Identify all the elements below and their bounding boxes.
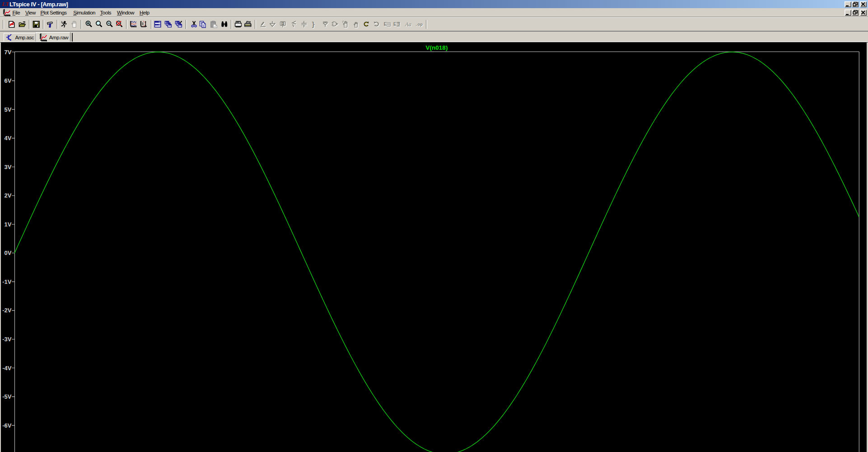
svg-text:7V: 7V [5,49,12,56]
svg-text:A: A [282,22,284,25]
svg-text:0V: 0V [5,250,12,256]
svg-text:6V: 6V [5,77,12,84]
svg-text:4V: 4V [5,135,12,141]
svg-text:-1V: -1V [2,278,12,285]
svg-text:3V: 3V [5,164,12,170]
svg-text:2V: 2V [5,192,12,199]
svg-text:}: } [312,20,315,28]
svg-text:-2V: -2V [2,307,12,314]
svg-text:1V: 1V [5,221,12,228]
svg-text:Aa: Aa [405,21,411,28]
svg-text:-3V: -3V [2,336,12,343]
svg-text:∃: ∃ [397,21,400,27]
svg-text:.op: .op [415,22,423,27]
svg-text:V(n018): V(n018) [426,44,448,51]
svg-text:-6V: -6V [2,422,12,429]
svg-text:-4V: -4V [2,365,12,372]
svg-text:LT: LT [2,1,9,7]
svg-text:5V: 5V [5,106,12,113]
svg-text:E: E [393,21,397,27]
svg-text:-5V: -5V [2,393,12,400]
